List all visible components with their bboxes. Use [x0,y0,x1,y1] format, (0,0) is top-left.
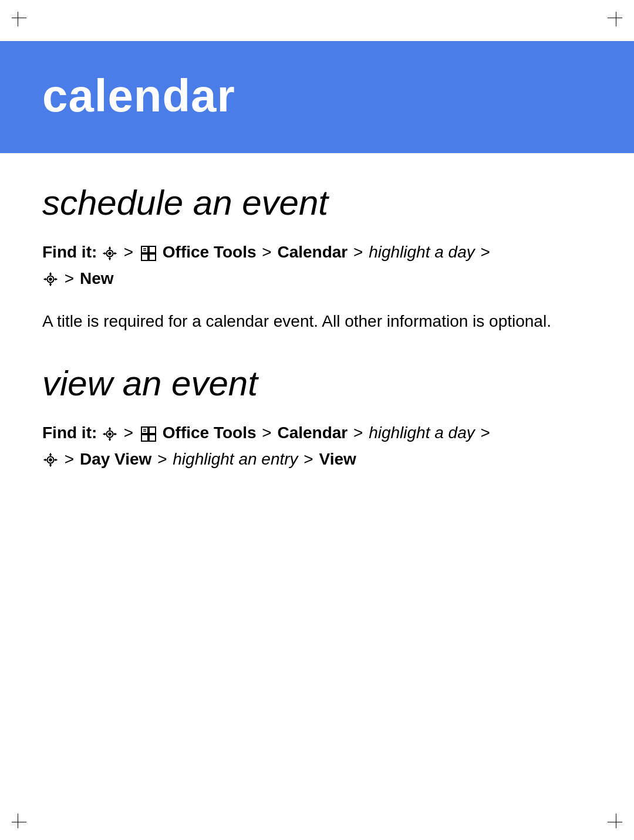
find-it-view: Find it: > [42,420,592,473]
svg-marker-51 [55,459,58,462]
svg-rect-13 [149,254,156,260]
nav-office-tools-2: Office Tools [163,424,257,442]
crop-mark-top-right [599,12,622,35]
svg-marker-32 [109,427,112,429]
nav-sep-2f: > [157,450,171,468]
nav-sep-2a: > [124,424,138,442]
nav-sep-1d: > [481,243,490,261]
nav-sep-2b: > [262,424,276,442]
nav-sep-2d: > [481,424,490,442]
svg-marker-49 [49,465,52,467]
page-title: calendar [42,69,592,123]
joystick-icon-2 [43,272,58,287]
nav-view: View [319,450,356,468]
section-view: view an event Find it: > [42,363,592,473]
find-it-label-view: Find it: [42,424,97,442]
nav-sep-2c: > [353,424,367,442]
find-it-schedule: Find it: > [42,239,592,292]
svg-rect-12 [141,254,148,260]
nav-calendar-1: Calendar [277,243,348,261]
svg-marker-9 [114,252,117,255]
svg-marker-34 [103,432,105,435]
svg-rect-10 [141,246,148,253]
nav-sep-2e: > [65,450,79,468]
nav-sep-1b: > [262,243,276,261]
nav-highlight-entry: highlight an entry [173,450,298,468]
svg-marker-48 [49,453,52,455]
svg-rect-38 [141,435,148,441]
svg-marker-35 [114,432,117,435]
svg-rect-36 [141,427,148,433]
nav-sep-1c: > [353,243,367,261]
svg-marker-33 [109,438,112,441]
svg-marker-6 [109,246,112,249]
svg-rect-37 [149,427,156,433]
main-content: schedule an event Find it: > [0,153,634,531]
svg-rect-11 [149,246,156,253]
nav-day-view: Day View [80,450,151,468]
header-banner: calendar [0,41,634,153]
section-schedule-title: schedule an event [42,182,592,223]
svg-marker-22 [49,272,52,275]
nav-sep-2g: > [303,450,318,468]
joystick-icon-4 [43,452,58,468]
office-tools-icon-2 [140,426,157,442]
nav-new: New [80,269,114,287]
section-schedule: schedule an event Find it: > [42,182,592,334]
find-it-label-schedule: Find it: [42,243,97,261]
nav-highlight-day-2: highlight a day [369,424,475,442]
svg-point-27 [108,432,112,436]
svg-point-17 [49,278,52,282]
nav-office-tools-1: Office Tools [163,243,257,261]
joystick-icon-1 [102,246,117,261]
nav-highlight-day-1: highlight a day [369,243,475,261]
svg-marker-7 [109,258,112,260]
nav-calendar-2: Calendar [277,424,348,442]
nav-sep-1e: > [65,269,79,287]
crop-mark-bottom-right [599,805,622,828]
svg-marker-8 [103,252,105,255]
crop-mark-top-left [12,12,35,35]
svg-marker-23 [49,284,52,286]
svg-rect-39 [149,435,156,441]
svg-marker-24 [43,278,46,281]
joystick-icon-3 [102,426,117,442]
crop-mark-bottom-left [12,805,35,828]
schedule-body-text: A title is required for a calendar event… [42,309,592,334]
section-view-title: view an event [42,363,592,404]
office-tools-icon-1 [140,245,157,262]
svg-marker-50 [43,459,46,462]
svg-point-43 [49,459,52,462]
svg-marker-25 [55,278,58,281]
nav-sep-1a: > [124,243,138,261]
svg-point-1 [108,252,112,255]
